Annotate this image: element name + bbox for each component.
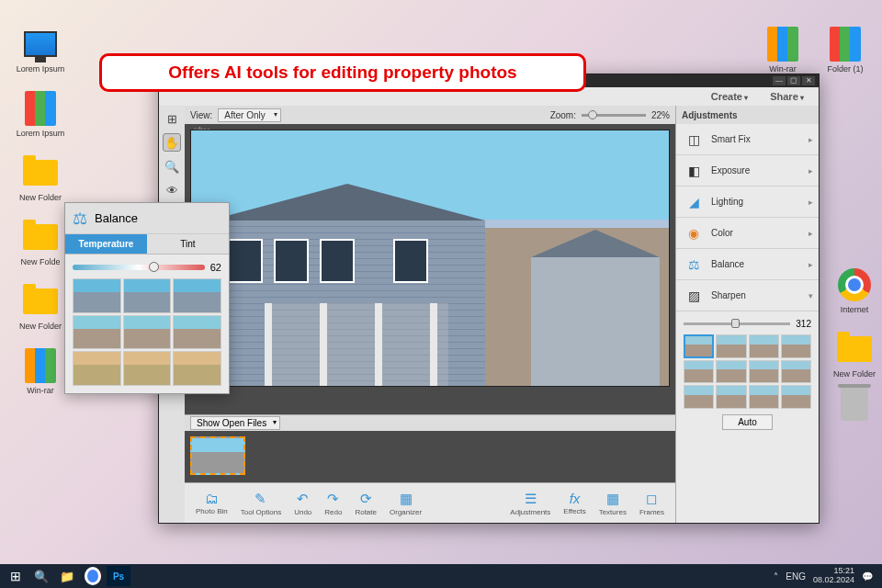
desktop-label: Win-rar <box>27 386 54 395</box>
preset-thumb[interactable] <box>73 278 121 313</box>
desktop-label: Win-rar <box>769 64 797 74</box>
preset-thumb[interactable] <box>173 315 221 350</box>
preset-thumb[interactable] <box>749 360 779 384</box>
create-menu[interactable]: Create <box>702 89 757 104</box>
preset-thumb[interactable] <box>73 351 121 386</box>
redo-icon: ↷ <box>327 491 339 507</box>
zoom-tool[interactable]: 🔍 <box>163 157 181 175</box>
preset-thumb[interactable] <box>123 351 172 386</box>
organizer-button[interactable]: ▦Organizer <box>384 489 427 518</box>
exposure-item[interactable]: ◧Exposure <box>676 155 819 187</box>
photoshop-button[interactable]: Ps <box>107 566 130 586</box>
arrange-tool[interactable]: ⊞ <box>163 109 181 128</box>
photo-preview <box>190 130 670 387</box>
smartfix-icon: ◫ <box>684 130 704 149</box>
desktop-icon-binder[interactable]: Lorem Ipsum <box>13 90 68 138</box>
desktop-icon-trash[interactable] <box>827 386 882 424</box>
smartfix-item[interactable]: ◫Smart Fix <box>676 124 819 155</box>
notifications-icon[interactable]: 💬 <box>862 571 873 582</box>
undo-button[interactable]: ↶Undo <box>288 489 317 518</box>
search-button[interactable]: 🔍 <box>29 566 53 586</box>
color-icon: ◉ <box>684 224 704 243</box>
desktop-icon-folder[interactable]: New Folder <box>827 331 882 379</box>
redeye-tool[interactable]: 👁 <box>163 181 181 199</box>
preset-thumb[interactable] <box>781 360 811 384</box>
desktop-icon-folder[interactable]: New Folde <box>13 219 68 266</box>
tray-lang[interactable]: ENG <box>786 571 806 582</box>
preset-thumb[interactable] <box>716 385 746 409</box>
tooloptions-button[interactable]: ✎Tool Options <box>235 489 287 518</box>
preset-thumb[interactable] <box>684 385 714 409</box>
share-menu[interactable]: Share <box>761 89 813 104</box>
desktop-label: Folder (1) <box>827 64 863 74</box>
preset-thumb[interactable] <box>123 278 172 313</box>
preset-thumb[interactable] <box>684 334 714 358</box>
desktop-icon-folder[interactable]: New Folder <box>13 154 68 202</box>
redo-button[interactable]: ↷Redo <box>319 489 347 518</box>
color-item[interactable]: ◉Color <box>676 218 819 249</box>
desktop-icon-chrome[interactable]: Internet <box>827 266 882 314</box>
maximize-button[interactable]: ▢ <box>787 76 800 85</box>
preset-thumb[interactable] <box>749 385 779 409</box>
effects-button[interactable]: fxEffects <box>558 489 591 518</box>
desktop-label: New Folde <box>20 257 60 266</box>
view-mode-select[interactable]: After Only <box>218 108 280 122</box>
hand-tool[interactable]: ✋ <box>163 133 181 152</box>
zoom-label: Zoom: <box>550 110 576 120</box>
textures-button[interactable]: ▦Textures <box>594 489 632 518</box>
preset-thumb[interactable] <box>749 334 779 358</box>
sharpen-icon: ▨ <box>684 287 704 305</box>
close-button[interactable]: ✕ <box>802 76 815 85</box>
balance-title: Balance <box>95 211 138 225</box>
temperature-value: 62 <box>210 262 221 273</box>
auto-button[interactable]: Auto <box>722 414 773 430</box>
filmstrip-thumb[interactable] <box>190 436 245 475</box>
sharpen-slider[interactable] <box>684 322 790 325</box>
desktop-label: New Folder <box>19 322 62 331</box>
taskbar-clock[interactable]: 15:21 08.02.2024 <box>813 567 854 585</box>
sharpen-item[interactable]: ▨Sharpen <box>676 280 819 311</box>
preset-thumb[interactable] <box>173 278 221 313</box>
rotate-button[interactable]: ⟳Rotate <box>349 489 382 518</box>
preset-thumb[interactable] <box>123 315 172 350</box>
desktop-label: New Folder <box>833 369 876 379</box>
canvas[interactable]: After <box>185 124 675 414</box>
balance-icon: ⚖ <box>73 209 87 229</box>
preset-thumb[interactable] <box>781 334 811 358</box>
start-button[interactable]: ⊞ <box>4 566 28 586</box>
temperature-tab[interactable]: Temperature <box>65 234 147 254</box>
preset-thumb[interactable] <box>73 315 121 350</box>
desktop-icon-winrar[interactable]: Win-rar <box>13 347 68 395</box>
balance-popup: ⚖ Balance Temperature Tint 62 <box>64 202 230 394</box>
show-open-files-button[interactable]: Show Open Files <box>190 416 280 430</box>
tint-tab[interactable]: Tint <box>147 234 229 254</box>
frames-button[interactable]: ◻Frames <box>634 489 670 518</box>
view-label: View: <box>190 110 212 120</box>
desktop-icon-binder[interactable]: Folder (1) <box>818 26 873 74</box>
preset-thumb[interactable] <box>173 351 221 386</box>
minimize-button[interactable]: — <box>773 76 786 85</box>
adjustments-panel: Adjustments ◫Smart Fix ◧Exposure ◢Lighti… <box>675 106 819 523</box>
desktop-icon-winrar[interactable]: Win-rar <box>755 26 810 74</box>
filmstrip <box>185 431 675 482</box>
textures-icon: ▦ <box>606 491 619 507</box>
preset-thumb[interactable] <box>716 360 746 384</box>
tray-chevron-icon[interactable]: ˄ <box>774 571 778 582</box>
temperature-slider[interactable] <box>73 265 205 270</box>
adjustments-button[interactable]: ☰Adjustments <box>504 489 556 518</box>
preset-thumb[interactable] <box>781 385 811 409</box>
desktop-icon-folder[interactable]: New Folder <box>13 283 68 331</box>
tooloptions-icon: ✎ <box>254 491 266 507</box>
taskbar: ⊞ 🔍 📁 Ps ˄ ENG 15:21 08.02.2024 💬 <box>0 564 882 588</box>
preset-thumb[interactable] <box>716 334 746 358</box>
feature-callout: Offers AI tools for editing property pho… <box>99 53 586 92</box>
photobin-button[interactable]: 🗂Photo Bin <box>190 489 233 517</box>
balance-item[interactable]: ⚖Balance <box>676 249 819 280</box>
zoom-slider[interactable] <box>582 114 646 117</box>
desktop-icon-pc[interactable]: Lorem Ipsum <box>13 26 68 74</box>
explorer-button[interactable]: 📁 <box>55 566 79 586</box>
lighting-icon: ◢ <box>684 193 704 211</box>
preset-thumb[interactable] <box>684 360 714 384</box>
lighting-item[interactable]: ◢Lighting <box>676 187 819 218</box>
chrome-button[interactable] <box>81 566 105 586</box>
